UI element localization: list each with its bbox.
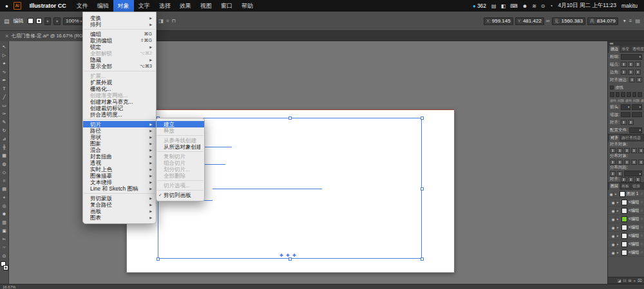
rectangle-tool[interactable]: ▭ xyxy=(0,101,8,109)
distribute-object-button[interactable] xyxy=(624,160,630,165)
object-menu-item-18[interactable]: 切片▶ xyxy=(83,121,156,127)
arrow-align-button[interactable] xyxy=(628,120,634,125)
cap-button[interactable] xyxy=(621,62,627,67)
selection-handle[interactable] xyxy=(289,257,292,261)
dash-value-input[interactable] xyxy=(632,92,637,97)
arrowhead-end-dropdown[interactable]: ▾ xyxy=(632,104,642,110)
slice-tool[interactable]: ✂ xyxy=(0,235,8,243)
app-menu-title[interactable]: Illustrator CC xyxy=(25,0,71,12)
dashed-line-checkbox[interactable] xyxy=(610,86,614,89)
object-menu-item-15[interactable]: 创建裁切标记 xyxy=(83,105,156,111)
visibility-eye-icon[interactable]: ◉ xyxy=(611,250,616,255)
object-menu-item-31[interactable]: 复合路径▶ xyxy=(83,201,156,208)
selection-handle[interactable] xyxy=(421,187,424,191)
pencil-tool[interactable]: ✎ xyxy=(0,118,8,126)
distribute-object-button[interactable] xyxy=(631,160,637,165)
menubar-item-9[interactable]: 帮助 xyxy=(237,0,258,12)
user-icon[interactable]: ☻ xyxy=(522,3,527,9)
spacing-value-dropdown[interactable]: ▾ xyxy=(624,171,642,176)
object-menu-item-24[interactable]: 透视▶ xyxy=(83,160,156,166)
apple-menu-icon[interactable]: ● xyxy=(5,3,8,9)
stacking-icon[interactable]: ▾ xyxy=(623,18,626,24)
stroke-tab-3[interactable]: 透明度 xyxy=(631,46,644,53)
menu-bar-user[interactable]: makitu xyxy=(621,3,638,9)
expand-arrow-icon[interactable]: ▸ xyxy=(617,250,620,254)
align-object-button[interactable] xyxy=(638,148,644,153)
eyedropper-tool[interactable]: ⌖ xyxy=(0,193,8,201)
transform-field-宽[interactable]: 宽:1560.383 xyxy=(552,17,585,25)
visibility-eye-icon[interactable]: ◉ xyxy=(611,209,616,213)
align-stroke-button[interactable] xyxy=(629,77,635,82)
transform-field-X[interactable]: X:959.145 xyxy=(484,17,513,25)
object-menu-item-20[interactable]: 形状▶ xyxy=(83,134,156,140)
selection-handle[interactable] xyxy=(421,257,424,261)
distribute-object-button[interactable] xyxy=(610,160,616,165)
target-circle-icon[interactable]: ○ xyxy=(640,225,643,229)
visibility-eye-icon[interactable]: ◉ xyxy=(611,242,616,247)
corner-button[interactable] xyxy=(635,70,641,75)
corner-button[interactable] xyxy=(621,70,627,75)
workspace-icon[interactable]: ⊓ xyxy=(171,18,175,24)
object-menu-item-27[interactable]: 文本绕排▶ xyxy=(83,179,156,185)
collapse-panels-icon[interactable]: ◀◀ xyxy=(609,42,612,45)
opacity-dropdown[interactable]: 100% ▾ xyxy=(63,17,84,25)
arrange-icon[interactable]: ⌗ xyxy=(166,18,169,24)
mesh-tool[interactable]: ⌗ xyxy=(0,176,8,185)
menubar-item-7[interactable]: 视图 xyxy=(196,0,216,12)
layers-tab-2[interactable]: 画板 xyxy=(620,183,630,190)
selection-handle[interactable] xyxy=(156,257,160,261)
zoom-tool[interactable]: ⊙ xyxy=(0,252,8,260)
slice-menu-item-0[interactable]: 建立 xyxy=(156,121,204,127)
align-object-button[interactable] xyxy=(610,148,616,153)
distribute-spacing-button[interactable] xyxy=(610,171,616,176)
stroke-weight-input[interactable]: ▾ xyxy=(621,54,642,60)
dash-value-input[interactable] xyxy=(638,92,642,97)
selection-handle[interactable] xyxy=(421,117,424,120)
menubar-item-2[interactable]: 编辑 xyxy=(93,0,113,12)
menubar-item-3[interactable]: 对象 xyxy=(113,0,134,12)
target-circle-icon[interactable]: ○ xyxy=(640,200,643,204)
selection-tool[interactable]: ↖ xyxy=(0,42,8,51)
object-menu-item-33[interactable]: 图表▶ xyxy=(83,214,156,221)
layer-row-group[interactable]: ◉▸<编组>○ xyxy=(608,240,644,248)
object-menu-item-32[interactable]: 画板▶ xyxy=(83,208,156,214)
panel-dock-icon[interactable]: ▤ xyxy=(635,18,640,24)
make-mask-icon[interactable]: ⊡ xyxy=(623,278,627,283)
distribute-object-button[interactable] xyxy=(617,160,623,165)
anchor-point-icon[interactable]: ✚ xyxy=(286,253,290,257)
visibility-eye-icon[interactable]: ◉ xyxy=(611,217,616,221)
corner-button[interactable] xyxy=(628,70,634,75)
blend-tool[interactable]: ◎ xyxy=(0,201,8,210)
layer-row-group[interactable]: ◉▸<编组>○ xyxy=(608,223,644,232)
stroke-weight-dropdown[interactable]: ▾ xyxy=(44,17,52,25)
object-menu-item-19[interactable]: 路径▶ xyxy=(83,127,156,134)
target-circle-icon[interactable]: ○ xyxy=(640,192,643,196)
expand-arrow-icon[interactable]: ▸ xyxy=(617,217,620,221)
collect-export-icon[interactable]: ◪ xyxy=(618,278,621,283)
align-tab-1[interactable]: 对齐 xyxy=(609,135,620,142)
expand-arrow-icon[interactable]: ▸ xyxy=(615,192,618,196)
panel-menu-icon[interactable]: ≡ xyxy=(629,18,632,24)
slice-menu-item-13[interactable]: ✓剪切到画板 xyxy=(156,192,204,198)
layers-tab-1[interactable]: 图层 xyxy=(609,183,620,190)
target-circle-icon[interactable]: ○ xyxy=(640,217,643,221)
perspective-grid-tool[interactable]: ◇ xyxy=(0,168,8,176)
arrow-align-button[interactable] xyxy=(621,120,627,125)
menu-bar-clock[interactable]: 4月10日 周二 上午11:23 xyxy=(558,2,616,10)
delete-layer-icon[interactable]: ⌧ xyxy=(638,278,642,283)
align-object-button[interactable] xyxy=(624,148,630,153)
dash-value-input[interactable] xyxy=(610,92,614,97)
layer-row-group[interactable]: ◉▸<编组>○ xyxy=(608,207,644,215)
paintbrush-tool[interactable]: ✑ xyxy=(0,109,8,118)
stroke-swatch[interactable] xyxy=(36,18,42,24)
layer-row[interactable]: ◉▸图层 1○ xyxy=(608,190,644,198)
column-graph-tool[interactable]: ▥ xyxy=(0,218,8,227)
object-menu-item-1[interactable]: 排列▶ xyxy=(83,21,156,28)
transform-field-Y[interactable]: Y:481.422 xyxy=(515,17,544,25)
menubar-item-6[interactable]: 效果 xyxy=(175,0,196,12)
target-circle-icon[interactable]: ○ xyxy=(640,250,643,254)
anchor-point-icon[interactable]: ✚ xyxy=(279,253,283,257)
object-menu-item-16[interactable]: 拼合透明度... xyxy=(83,111,156,118)
object-menu-item-14[interactable]: 创建对象马赛克... xyxy=(83,98,156,105)
distribute-object-button[interactable] xyxy=(638,160,644,165)
